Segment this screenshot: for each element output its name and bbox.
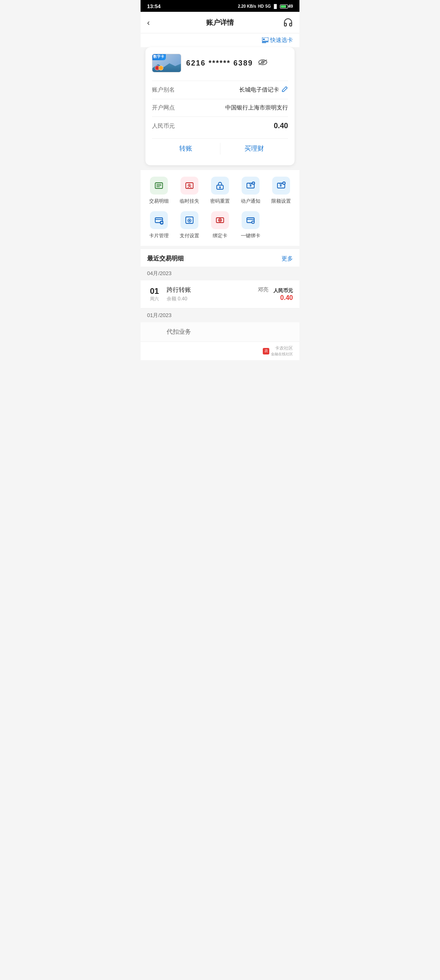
menu-item-limit[interactable]: ¥ 限额设置 (267, 177, 295, 205)
tx-amount-1: 0.40 (273, 294, 293, 302)
watermark-text: 卡农社区 金融在线社区 (271, 345, 293, 357)
password-icon (211, 177, 229, 195)
speed-indicator: 2.20 KB/s (238, 4, 256, 9)
svg-text:¥: ¥ (279, 183, 282, 188)
balance-row: 人民币元 0.40 (152, 116, 288, 135)
menu-label-bind-card: 绑定卡 (213, 232, 227, 239)
page-title: 账户详情 (159, 18, 281, 27)
tx-info-1: 跨行转账 邓亮 余额 0.40 (167, 286, 268, 302)
watermark: 农 卡农社区 金融在线社区 (141, 342, 299, 360)
menu-item-payment[interactable]: 支付设置 (175, 211, 204, 239)
branch-value: 中国银行上海市崇明支行 (225, 104, 288, 112)
signal-icon: ▐▌ (273, 4, 278, 9)
menu-item-bind-card[interactable]: 绑定卡 (206, 211, 234, 239)
payment-icon (180, 211, 198, 229)
tx-balance-1: 余额 0.40 (167, 295, 268, 302)
transfer-button[interactable]: 转账 (152, 139, 220, 159)
suspend-icon: 失 (180, 177, 198, 195)
transaction-item-2[interactable]: 代扣业务 (141, 322, 299, 342)
status-bar: 13:54 2.20 KB/s HD 5G ▐▌ 49 (141, 0, 299, 12)
menu-label-notify: 动户通知 (241, 198, 260, 205)
recent-title: 最近交易明细 (147, 255, 184, 262)
card-number-row: 数字卡 6216 ****** 6389 (152, 54, 288, 72)
notify-icon: ¥ (242, 177, 260, 195)
digital-badge: 数字卡 (152, 54, 166, 60)
svg-rect-1 (263, 39, 265, 40)
menu-label-password: 密码重置 (210, 198, 230, 205)
quick-select-area: 快速选卡 (141, 33, 299, 47)
card-actions: 转账 买理财 (152, 138, 288, 159)
limit-icon: ¥ (272, 177, 290, 195)
month-header-2: 01月/2023 (141, 308, 299, 322)
menu-grid: 交易明细 失 临时挂失 密码重置 (141, 170, 299, 246)
menu-label-card-manage: 卡片管理 (149, 232, 169, 239)
card-image: 数字卡 (152, 54, 181, 72)
menu-item-card-manage[interactable]: 卡片管理 (145, 211, 173, 239)
recent-transactions-header: 最近交易明细 更多 (141, 246, 299, 267)
battery-indicator: 49 (280, 4, 293, 9)
alias-value: 长城电子借记卡 (239, 86, 288, 94)
balance-value: 0.40 (274, 122, 288, 130)
status-time: 13:54 (147, 3, 161, 9)
bind-card-icon (211, 211, 229, 229)
menu-label-payment: 支付设置 (180, 232, 199, 239)
quick-select-button[interactable]: 快速选卡 (262, 37, 293, 44)
svg-point-27 (189, 220, 190, 221)
svg-point-14 (219, 186, 221, 188)
quick-select-label: 快速选卡 (270, 37, 293, 44)
account-alias-row: 账户别名 长城电子借记卡 (152, 81, 288, 99)
menu-item-suspend[interactable]: 失 临时挂失 (175, 177, 204, 205)
branch-row: 开户网点 中国银行上海市崇明支行 (152, 99, 288, 116)
alias-label: 账户别名 (152, 86, 175, 94)
card-number: 6216 ****** 6389 (186, 59, 253, 68)
edit-alias-button[interactable] (282, 86, 288, 94)
tx-name-2: 代扣业务 (167, 328, 191, 336)
network-indicator: 5G (265, 4, 271, 9)
menu-item-quick-bind[interactable]: 一键绑卡 (236, 211, 265, 239)
menu-label-quick-bind: 一键绑卡 (241, 232, 260, 239)
card-manage-icon (150, 211, 168, 229)
svg-text:¥: ¥ (249, 183, 252, 188)
tx-amount-section-1: 人民币元 0.40 (273, 287, 293, 302)
quick-bind-icon (242, 211, 260, 229)
status-icons: 2.20 KB/s HD 5G ▐▌ 49 (238, 4, 293, 9)
menu-label-transaction: 交易明细 (149, 198, 169, 205)
menu-row-2: 卡片管理 支付设置 绑定卡 (144, 211, 296, 239)
transaction-item-1[interactable]: 01 周六 跨行转账 邓亮 余额 0.40 人民币元 0.40 (141, 280, 299, 308)
branch-label: 开户网点 (152, 104, 175, 112)
menu-label-suspend: 临时挂失 (180, 198, 199, 205)
tx-date-1: 01 周六 (147, 287, 162, 302)
menu-label-limit: 限额设置 (271, 198, 291, 205)
bank-logo (155, 66, 163, 70)
back-button[interactable]: ‹ (147, 18, 159, 27)
tx-name-1: 跨行转账 (167, 286, 191, 294)
menu-item-transaction[interactable]: 交易明细 (145, 177, 173, 205)
header: ‹ 账户详情 (141, 12, 299, 33)
transaction-icon (150, 177, 168, 195)
customer-service-button[interactable] (281, 18, 293, 27)
more-transactions-button[interactable]: 更多 (282, 255, 293, 262)
account-card: 数字卡 6216 ****** 6389 账户别名 长城电子借记卡 (145, 47, 295, 165)
buy-finance-button[interactable]: 买理财 (220, 139, 288, 159)
menu-item-notify[interactable]: ¥ 动户通知 (236, 177, 265, 205)
menu-row-1: 交易明细 失 临时挂失 密码重置 (144, 177, 296, 205)
hide-number-button[interactable] (258, 59, 268, 68)
tx-person-1: 邓亮 (258, 286, 268, 294)
tx-currency-1: 人民币元 (273, 288, 293, 293)
tx-info-2: 代扣业务 (167, 328, 293, 336)
month-header-1: 04月/2023 (141, 267, 299, 280)
menu-item-password[interactable]: 密码重置 (206, 177, 234, 205)
svg-text:失: 失 (187, 184, 192, 188)
watermark-logo: 农 (263, 348, 269, 354)
currency-label: 人民币元 (152, 122, 175, 130)
hd-badge: HD (258, 4, 264, 9)
